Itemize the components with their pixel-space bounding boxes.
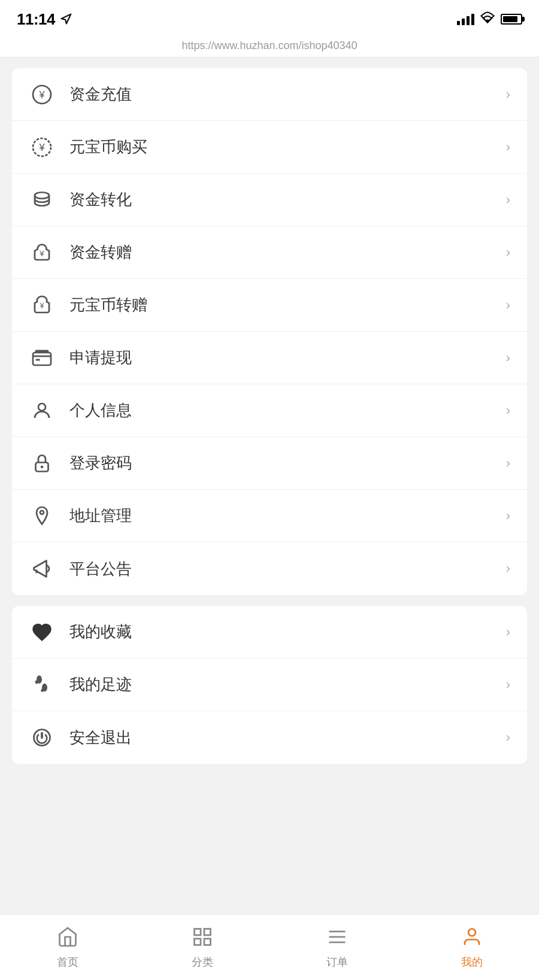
gift-yuanbao-icon: ¥ [29, 292, 55, 318]
svg-rect-21 [204, 939, 211, 945]
address-icon [29, 503, 55, 529]
tab-category[interactable]: 分类 [135, 915, 270, 980]
address-arrow: › [506, 508, 510, 524]
location-icon [60, 13, 72, 25]
svg-point-5 [35, 192, 49, 199]
logout-arrow: › [506, 730, 510, 745]
finance-section: ¥ 资金充值 › ¥ 元宝币购买 › 资金转化 › ¥ 资金转赠 › [12, 68, 527, 595]
home-icon [57, 926, 78, 951]
svg-rect-20 [194, 939, 201, 945]
gift-yuanbao-label: 元宝币转赠 [69, 295, 506, 315]
svg-point-9 [38, 403, 46, 411]
profile-label: 个人信息 [69, 400, 506, 421]
svg-point-12 [40, 511, 44, 514]
withdraw-item[interactable]: 申请提现 › [12, 332, 527, 384]
convert-item[interactable]: 资金转化 › [12, 174, 527, 226]
tab-category-label: 分类 [192, 955, 213, 969]
status-time: 11:14 [17, 10, 55, 29]
yuanbao-buy-label: 元宝币购买 [69, 136, 506, 157]
gift-fund-label: 资金转赠 [69, 242, 506, 263]
gift-fund-item[interactable]: ¥ 资金转赠 › [12, 226, 527, 279]
profile-item[interactable]: 个人信息 › [12, 384, 527, 437]
withdraw-arrow: › [506, 350, 510, 366]
tab-order-label: 订单 [326, 955, 348, 969]
category-icon [192, 926, 213, 951]
svg-text:¥: ¥ [38, 89, 45, 100]
status-icons [457, 11, 522, 28]
password-label: 登录密码 [69, 453, 506, 474]
recharge-item[interactable]: ¥ 资金充值 › [12, 68, 527, 121]
favorites-icon [29, 619, 55, 645]
recharge-arrow: › [506, 87, 510, 102]
notice-icon [29, 556, 55, 582]
mine-icon [461, 926, 483, 951]
svg-point-11 [41, 465, 44, 468]
footprint-arrow: › [506, 677, 510, 693]
user-section: 我的收藏 › 我的足迹 › 安全退出 › [12, 606, 527, 764]
footprint-label: 我的足迹 [69, 674, 506, 695]
logout-icon [29, 724, 55, 751]
yuanbao-buy-item[interactable]: ¥ 元宝币购买 › [12, 121, 527, 174]
tab-mine-label: 我的 [461, 955, 483, 969]
logout-item[interactable]: 安全退出 › [12, 711, 527, 764]
favorites-label: 我的收藏 [69, 621, 506, 642]
yuanbao-buy-icon: ¥ [29, 134, 55, 160]
withdraw-label: 申请提现 [69, 347, 506, 368]
recharge-label: 资金充值 [69, 84, 506, 105]
svg-rect-19 [204, 929, 211, 935]
notice-item[interactable]: 平台公告 › [12, 542, 527, 595]
tab-bar: 首页 分类 订单 我的 [0, 914, 539, 980]
tab-order[interactable]: 订单 [270, 915, 404, 980]
convert-icon [29, 187, 55, 213]
favorites-item[interactable]: 我的收藏 › [12, 606, 527, 659]
gift-yuanbao-arrow: › [506, 298, 510, 313]
profile-arrow: › [506, 403, 510, 418]
tab-home[interactable]: 首页 [0, 915, 135, 980]
battery-icon [501, 14, 522, 25]
footprint-item[interactable]: 我的足迹 › [12, 659, 527, 711]
svg-point-25 [468, 929, 476, 936]
convert-arrow: › [506, 192, 510, 208]
convert-label: 资金转化 [69, 189, 506, 210]
gift-fund-icon: ¥ [29, 239, 55, 266]
notice-arrow: › [506, 561, 510, 577]
gift-fund-arrow: › [506, 245, 510, 260]
logout-label: 安全退出 [69, 727, 506, 748]
wifi-icon [480, 11, 495, 28]
withdraw-icon [29, 345, 55, 371]
favorites-arrow: › [506, 624, 510, 640]
order-icon [326, 926, 348, 951]
svg-text:¥: ¥ [38, 142, 45, 153]
profile-icon [29, 398, 55, 424]
gift-yuanbao-item[interactable]: ¥ 元宝币转赠 › [12, 279, 527, 332]
signal-icon [457, 13, 474, 25]
yuanbao-buy-arrow: › [506, 139, 510, 155]
svg-rect-18 [194, 929, 201, 935]
status-bar: 11:14 [0, 0, 539, 36]
url-text: https://www.huzhan.com/ishop40340 [181, 40, 357, 51]
address-label: 地址管理 [69, 505, 506, 526]
svg-text:¥: ¥ [40, 302, 44, 310]
url-bar: https://www.huzhan.com/ishop40340 [0, 36, 539, 57]
notice-label: 平台公告 [69, 559, 506, 579]
svg-rect-8 [33, 353, 51, 365]
tab-mine[interactable]: 我的 [404, 915, 539, 980]
svg-marker-0 [62, 14, 71, 24]
recharge-icon: ¥ [29, 81, 55, 108]
svg-text:¥: ¥ [39, 249, 44, 258]
footprint-icon [29, 672, 55, 698]
password-item[interactable]: 登录密码 › [12, 437, 527, 490]
password-arrow: › [506, 456, 510, 471]
password-icon [29, 450, 55, 477]
tab-home-label: 首页 [57, 955, 78, 969]
address-item[interactable]: 地址管理 › [12, 490, 527, 542]
